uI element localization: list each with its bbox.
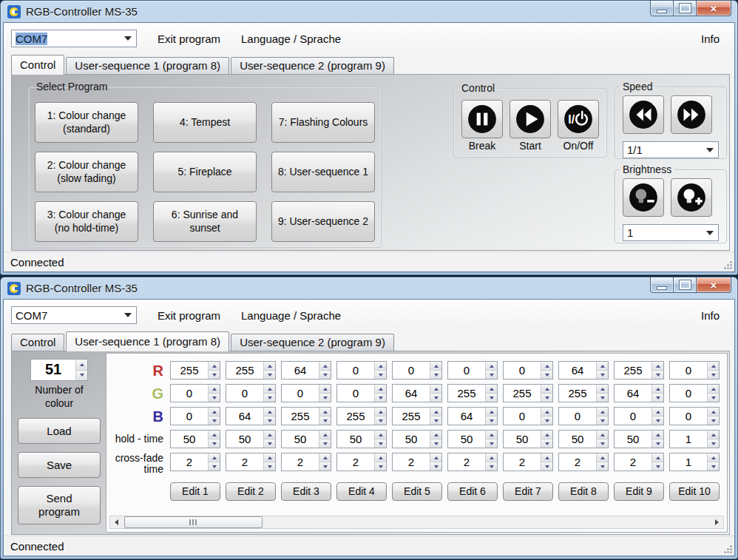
- r-col6-input[interactable]: 0: [447, 361, 498, 379]
- speed-faster-button[interactable]: [671, 95, 712, 134]
- spin-down-button[interactable]: [264, 394, 275, 402]
- spin-up-button[interactable]: [486, 362, 497, 371]
- brightness-down-button[interactable]: [623, 178, 664, 217]
- spin-down-button[interactable]: [541, 371, 552, 379]
- cross-fade-time-col9-input[interactable]: 2: [614, 453, 664, 471]
- spin-down-button[interactable]: [319, 394, 331, 402]
- maximize-button[interactable]: [674, 277, 697, 293]
- spin-up-button[interactable]: [597, 408, 608, 416]
- g-col6-input[interactable]: 255: [447, 384, 498, 402]
- spin-down-button[interactable]: [430, 439, 441, 448]
- tab-user-sequence-1-program-8[interactable]: User-sequence 1 (program 8): [66, 57, 229, 74]
- menu-info[interactable]: Info: [701, 309, 720, 322]
- spin-down-button[interactable]: [375, 371, 386, 379]
- edit-5-button[interactable]: Edit 5: [392, 482, 442, 501]
- spin-down-button[interactable]: [708, 371, 719, 379]
- spin-down-button[interactable]: [430, 462, 441, 470]
- spin-up-button[interactable]: [541, 408, 552, 416]
- spin-up-button[interactable]: [375, 385, 386, 394]
- spin-down-button[interactable]: [76, 371, 87, 381]
- horizontal-scrollbar[interactable]: [109, 516, 724, 529]
- spin-down-button[interactable]: [264, 439, 275, 448]
- tab-user-sequence-1-program-8[interactable]: User-sequence 1 (program 8): [66, 331, 229, 351]
- g-col8-input[interactable]: 255: [558, 384, 609, 402]
- spin-down-button[interactable]: [264, 371, 275, 379]
- scroll-right-button[interactable]: [711, 516, 723, 528]
- hold-time-col2-input[interactable]: 50: [226, 430, 276, 448]
- tab-user-sequence-2-program-9[interactable]: User-sequence 2 (program 9): [231, 334, 394, 351]
- number-of-colour-input[interactable]: 51: [30, 359, 88, 381]
- spin-down-button[interactable]: [209, 439, 220, 448]
- program-7-button[interactable]: 7: Flashing Colours: [271, 102, 375, 143]
- load-button[interactable]: Load: [18, 418, 101, 444]
- spin-up-button[interactable]: [264, 431, 275, 439]
- r-col4-input[interactable]: 0: [336, 361, 387, 379]
- program-1-button[interactable]: 1: Colour change (standard): [35, 102, 138, 143]
- cross-fade-time-col5-input[interactable]: 2: [392, 453, 442, 471]
- spin-down-button[interactable]: [319, 371, 331, 379]
- b-col5-input[interactable]: 255: [392, 407, 442, 425]
- spin-down-button[interactable]: [375, 416, 386, 425]
- menu-language[interactable]: Language / Sprache: [241, 33, 341, 45]
- spin-down-button[interactable]: [375, 439, 386, 448]
- spin-up-button[interactable]: [652, 431, 663, 439]
- spin-down-button[interactable]: [264, 462, 275, 470]
- spin-up-button[interactable]: [708, 453, 719, 462]
- program-3-button[interactable]: 3: Colour change (no hold-time): [35, 201, 138, 242]
- spin-up-button[interactable]: [319, 431, 331, 439]
- spin-up-button[interactable]: [319, 385, 331, 394]
- cross-fade-time-col4-input[interactable]: 2: [336, 453, 387, 471]
- menu-info[interactable]: Info: [701, 33, 720, 45]
- spin-up-button[interactable]: [319, 362, 331, 371]
- r-col7-input[interactable]: 0: [503, 361, 553, 379]
- spin-up-button[interactable]: [430, 453, 441, 462]
- brightness-up-button[interactable]: [671, 178, 712, 217]
- r-col1-input[interactable]: 255: [170, 361, 220, 379]
- menu-language[interactable]: Language / Sprache: [241, 309, 341, 322]
- tab-control[interactable]: Control: [11, 55, 64, 75]
- spin-down-button[interactable]: [597, 371, 608, 379]
- cross-fade-time-col8-input[interactable]: 2: [558, 453, 609, 471]
- spin-down-button[interactable]: [597, 416, 608, 425]
- r-col10-input[interactable]: 0: [669, 361, 720, 379]
- spin-up-button[interactable]: [652, 362, 663, 371]
- spin-up-button[interactable]: [486, 453, 497, 462]
- spin-up-button[interactable]: [209, 408, 220, 416]
- edit-4-button[interactable]: Edit 4: [336, 482, 387, 501]
- b-col9-input[interactable]: 0: [614, 407, 664, 425]
- b-col1-input[interactable]: 0: [170, 407, 220, 425]
- g-col9-input[interactable]: 64: [614, 384, 664, 402]
- spin-down-button[interactable]: [652, 371, 663, 379]
- spin-up-button[interactable]: [486, 408, 497, 416]
- b-col10-input[interactable]: 0: [669, 407, 720, 425]
- spin-up-button[interactable]: [319, 408, 331, 416]
- r-col5-input[interactable]: 0: [392, 361, 442, 379]
- spin-up-button[interactable]: [541, 385, 552, 394]
- spin-up-button[interactable]: [375, 453, 386, 462]
- spin-up-button[interactable]: [708, 385, 719, 394]
- spin-up-button[interactable]: [708, 362, 719, 371]
- spin-up-button[interactable]: [430, 431, 441, 439]
- resize-grip[interactable]: [723, 260, 733, 270]
- g-col4-input[interactable]: 0: [336, 384, 387, 402]
- spin-down-button[interactable]: [209, 416, 220, 425]
- hold-time-col4-input[interactable]: 50: [336, 430, 387, 448]
- spin-down-button[interactable]: [319, 462, 331, 470]
- spin-up-button[interactable]: [264, 385, 275, 394]
- spin-down-button[interactable]: [541, 394, 552, 402]
- on-off-button[interactable]: I/: [558, 100, 599, 138]
- g-col10-input[interactable]: 0: [669, 384, 720, 402]
- spin-down-button[interactable]: [264, 416, 275, 425]
- spin-down-button[interactable]: [209, 462, 220, 470]
- hold-time-col5-input[interactable]: 50: [392, 430, 442, 448]
- titlebar[interactable]: RGB-Controller MS-35 ×: [1, 1, 737, 22]
- tab-user-sequence-2-program-9[interactable]: User-sequence 2 (program 9): [231, 57, 394, 74]
- spin-down-button[interactable]: [209, 371, 220, 379]
- spin-up-button[interactable]: [486, 385, 497, 394]
- spin-up-button[interactable]: [652, 453, 663, 462]
- spin-up-button[interactable]: [652, 385, 663, 394]
- g-col5-input[interactable]: 64: [392, 384, 442, 402]
- send-program-button[interactable]: Send program: [18, 486, 101, 524]
- spin-down-button[interactable]: [319, 439, 331, 448]
- b-col2-input[interactable]: 64: [226, 407, 276, 425]
